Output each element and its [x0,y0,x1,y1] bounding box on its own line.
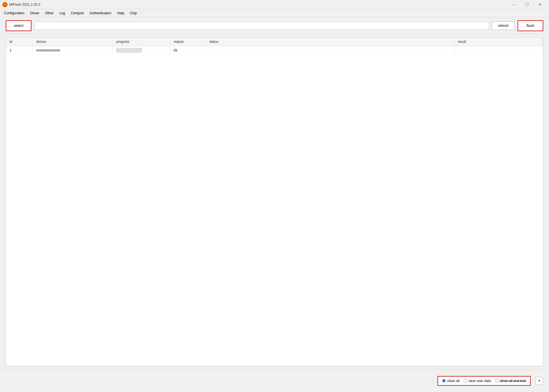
device-table: id device progress elapse status result … [6,37,543,55]
dropdown-arrow[interactable]: ▼ [535,377,543,385]
cell-id: 1 [6,46,33,55]
progress-bar-container [116,48,142,53]
menu-other[interactable]: Other [42,10,56,16]
app-title: MiFlash 2021.2.26.0 [9,3,507,7]
col-header-status: status [206,37,454,46]
device-table-container: id device progress elapse status result … [6,37,543,366]
menu-authentication[interactable]: Authentication [87,10,114,16]
radio-clean-all-label: clean all [447,379,460,383]
refresh-button[interactable]: refresh [492,21,515,30]
close-button[interactable]: ✕ [534,0,547,9]
cell-progress [112,46,170,55]
col-header-result: result [454,37,543,46]
bottom-bar: clean all save user data clean all and l… [0,369,549,392]
cell-device: xxxxxxxxxxxxxx [33,46,112,55]
flash-button[interactable]: flash [518,20,543,31]
col-header-id: id [6,37,33,46]
radio-save-user-data[interactable]: save user data [464,379,491,383]
menu-help[interactable]: Help [114,10,127,16]
main-content: id device progress elapse status result … [0,34,549,369]
window-controls: ─ ☐ ✕ [507,0,547,9]
titlebar: MiFlash 2021.2.26.0 ─ ☐ ✕ [0,0,549,9]
table-row: 1 xxxxxxxxxxxxxx 0s [6,46,543,55]
select-button[interactable]: select [6,20,31,31]
menu-driver[interactable]: Driver [27,10,42,16]
path-input[interactable] [34,22,489,30]
menu-log[interactable]: Log [56,10,68,16]
radio-clean-all-lock[interactable]: clean all and lock [495,379,526,383]
radio-save-user-data-label: save user data [468,379,491,383]
cell-result [454,46,543,55]
cell-status [206,46,454,55]
flash-mode-group: clean all save user data clean all and l… [437,376,531,386]
cell-elapse: 0s [170,46,206,55]
col-header-device: device [33,37,112,46]
menu-chip[interactable]: Chip [127,10,140,16]
col-header-progress: progress [112,37,170,46]
toolbar: select refresh flash [0,17,549,34]
radio-save-user-data-input[interactable] [464,379,467,383]
menu-comport[interactable]: Comport [68,10,87,16]
radio-clean-all[interactable]: clean all [442,379,460,383]
app-icon [2,2,7,7]
radio-clean-all-lock-input[interactable] [495,379,499,383]
minimize-button[interactable]: ─ [507,0,520,9]
radio-clean-all-input[interactable] [442,379,446,383]
radio-clean-all-lock-label: clean all and lock [500,379,526,383]
maximize-button[interactable]: ☐ [520,0,534,9]
col-header-elapse: elapse [170,37,206,46]
menubar: Configuration Driver Other Log Comport A… [0,9,549,17]
table-header-row: id device progress elapse status result [6,37,543,46]
menu-configuration[interactable]: Configuration [1,10,27,16]
